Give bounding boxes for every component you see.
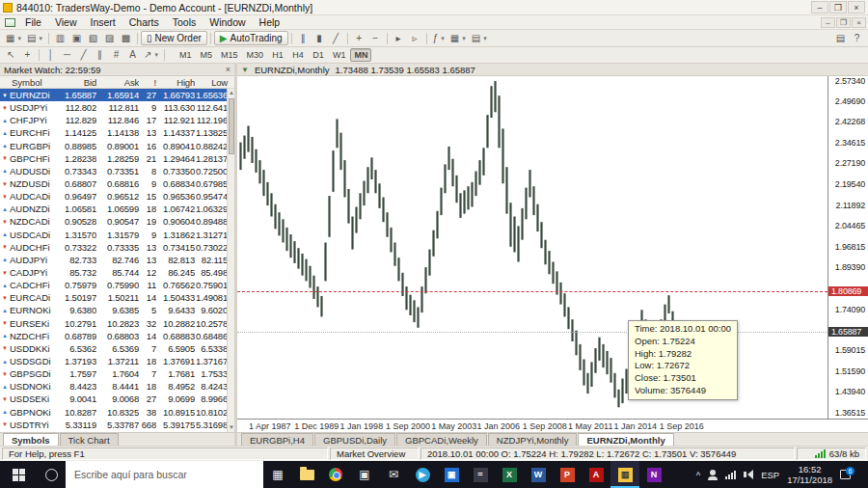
close-button[interactable]: × [848, 1, 865, 14]
taskbar-calculator[interactable]: = [466, 461, 495, 488]
status-profile[interactable]: Market Overview [330, 447, 419, 460]
menu-view[interactable]: View [48, 15, 84, 29]
menu-file[interactable]: File [18, 15, 48, 29]
taskbar-powerpoint[interactable]: P [553, 461, 582, 488]
taskbar-search-input[interactable]: Escribe aquí para buscar [66, 461, 263, 488]
market-watch-row[interactable]: ▼USDTRYi5.331195.337876685.391755.31698 [0, 419, 234, 431]
menu-help[interactable]: Help [253, 15, 287, 29]
zoom-out-button[interactable]: − [367, 31, 384, 45]
menu-tools[interactable]: Tools [166, 15, 203, 29]
chart-system-icon[interactable] [5, 18, 15, 27]
chart-candles-button[interactable]: ▮ [312, 31, 328, 45]
fibonacci-button[interactable]: # [108, 48, 124, 63]
language-indicator[interactable]: ESP [761, 470, 779, 480]
timeframe-h1[interactable]: H1 [268, 48, 287, 62]
market-watch-row[interactable]: ▼AUDCADi0.964970.96512150.965360.95474 [0, 190, 234, 203]
chart-shift-button[interactable]: ▹ [407, 31, 423, 45]
timeframe-m1[interactable]: M1 [176, 48, 196, 62]
indicators-button[interactable]: ƒ▾ [430, 31, 448, 45]
chart-line-button[interactable]: ╱ [328, 31, 344, 45]
column-header-symbol[interactable]: Symbol [0, 77, 54, 88]
tab-tick-chart[interactable]: Tick Chart [60, 433, 119, 446]
taskbar-onenote[interactable]: N [639, 461, 668, 488]
print-button[interactable]: ▤ [832, 31, 849, 45]
autotrading-button[interactable]: ▶AutoTrading [214, 31, 288, 45]
market-watch-scrollbar[interactable]: ▲ ▼ [227, 89, 234, 432]
timeframe-mn[interactable]: MN [350, 48, 371, 62]
network-icon[interactable] [725, 471, 736, 479]
column-header-high[interactable]: High [156, 77, 195, 88]
taskbar-adobe-reader[interactable]: A [582, 461, 610, 488]
market-watch-row[interactable]: ▲AUDNZDi1.065811.06599181.067421.06329 [0, 203, 234, 215]
market-watch-row[interactable]: ▼USDDKKi6.53626.536976.59056.5338 [0, 342, 234, 355]
chart-minimize-button[interactable]: – [821, 17, 835, 28]
navigator-button[interactable]: ▧ [85, 31, 101, 45]
chart-window-icon[interactable]: ▼ [241, 66, 249, 74]
timeframe-m5[interactable]: M5 [196, 48, 216, 62]
market-watch-row[interactable]: ▲EURNOKi9.63809.638559.64339.6020 [0, 304, 234, 316]
templates-button[interactable]: ▤▾ [469, 31, 490, 45]
strategy-tester-button[interactable]: ▩ [118, 31, 134, 45]
user-account-icon[interactable] [708, 470, 718, 480]
market-watch-row[interactable]: ▼GBPCHFi1.282381.28259211.294641.28137 [0, 152, 234, 165]
vertical-line-button[interactable]: │ [42, 48, 59, 63]
start-button[interactable] [0, 461, 37, 488]
timeframe-d1[interactable]: D1 [309, 48, 328, 62]
time-axis[interactable]: 1 Apr 19871 Dec 19891 Jan 19981 Sep 2000… [237, 419, 868, 432]
market-watch-row[interactable]: ▼EURCADi1.501971.50211141.504331.49081 [0, 291, 234, 304]
scroll-down-icon[interactable]: ▼ [228, 423, 235, 432]
market-watch-row[interactable]: ▼GBPSGDi1.75971.760471.76811.7533 [0, 367, 234, 380]
column-header-ask[interactable]: Ask [96, 77, 139, 88]
chart-close-button[interactable]: × [852, 17, 866, 28]
chart-tab[interactable]: NZDJPYi,Monthly [488, 433, 578, 446]
chart-restore-button[interactable]: ❐ [836, 17, 851, 28]
market-watch-row[interactable]: ▲AUDJPYi82.73382.7461382.81382.115 [0, 254, 234, 266]
market-watch-row[interactable]: ▲USDNOKi8.44238.4441188.49528.4243 [0, 380, 234, 393]
terminal-button[interactable]: ▨ [101, 31, 118, 45]
data-window-button[interactable]: ▣ [68, 31, 85, 45]
taskbar-task-view[interactable]: ▦ [263, 461, 292, 488]
taskbar-clock[interactable]: 16:52 17/11/2018 [787, 464, 832, 486]
menu-charts[interactable]: Charts [122, 15, 166, 29]
taskbar-file-explorer[interactable] [292, 461, 321, 488]
periods-button[interactable]: ▦▾ [448, 31, 469, 45]
market-watch-row[interactable]: ▲EURCHFi1.141251.14138131.143371.13825 [0, 126, 234, 139]
tab-symbols[interactable]: Symbols [3, 433, 59, 446]
scroll-up-icon[interactable]: ▲ [228, 89, 235, 97]
text-label-button[interactable]: A [124, 48, 141, 63]
taskbar-chrome[interactable] [321, 461, 350, 488]
cursor-button[interactable]: ↖ [3, 48, 19, 63]
auto-scroll-button[interactable]: ▸ [391, 31, 407, 45]
market-watch-row[interactable]: ▼EURSEKi10.279110.28233210.288210.2578 [0, 317, 234, 330]
market-watch-row[interactable]: ▼NZDCADi0.905280.90547190.906040.89488 [0, 215, 234, 228]
taskbar-word[interactable]: W [524, 461, 553, 488]
chart-tab[interactable]: EURGBPi,H4 [241, 433, 313, 446]
taskbar-microsoft-store[interactable]: ▣ [350, 461, 379, 488]
help-topics-button[interactable]: ? [849, 31, 865, 45]
market-watch-button[interactable]: ▥ [52, 31, 68, 45]
column-header-bid[interactable]: Bid [54, 77, 96, 88]
column-header-spread[interactable]: ! [139, 77, 156, 88]
taskbar-excel[interactable]: X [495, 461, 524, 488]
market-watch-row[interactable]: ▲CHFJPYi112.829112.84617112.921112.196 [0, 114, 234, 126]
minimize-button[interactable]: – [811, 1, 828, 14]
zoom-in-button[interactable]: + [351, 31, 367, 45]
new-order-button[interactable]: ▯New Order [141, 31, 207, 45]
trendline-button[interactable]: ╱ [75, 48, 92, 63]
market-watch-row[interactable]: ▲GBPNOKi10.828710.83253810.891510.8102 [0, 406, 234, 419]
market-watch-row[interactable]: ▼USDJPYi112.802112.8119113.630112.641 [0, 101, 234, 114]
price-scale[interactable]: 2.573402.496902.422682.346152.271902.195… [827, 76, 868, 419]
market-watch-row[interactable]: ▲EURGBPi0.889850.89001160.890410.88242 [0, 140, 234, 152]
chart-tab[interactable]: GBPUSDi,Daily [314, 433, 395, 446]
taskbar-metatrader4[interactable]: ▥ [610, 461, 639, 488]
horizontal-line-button[interactable]: ─ [59, 48, 75, 63]
equidistant-channel-button[interactable]: ∥ [92, 48, 108, 63]
taskbar-mail[interactable]: ✉ [379, 461, 408, 488]
restore-button[interactable]: ❐ [829, 1, 847, 14]
profiles-button[interactable]: ▤▾ [24, 31, 45, 45]
market-watch-row[interactable]: ▼CADJPYi85.73285.7441286.24585.498 [0, 266, 234, 279]
market-watch-row[interactable]: ▲AUDUSDi0.733430.7335180.733500.72500 [0, 165, 234, 177]
menu-insert[interactable]: Insert [84, 15, 122, 29]
chart-plot[interactable]: Time: 2018.10.01 00:00Open: 1.75224High:… [237, 76, 827, 419]
market-watch-row[interactable]: ▲USDCADi1.315701.3157991.318621.31271 [0, 229, 234, 241]
